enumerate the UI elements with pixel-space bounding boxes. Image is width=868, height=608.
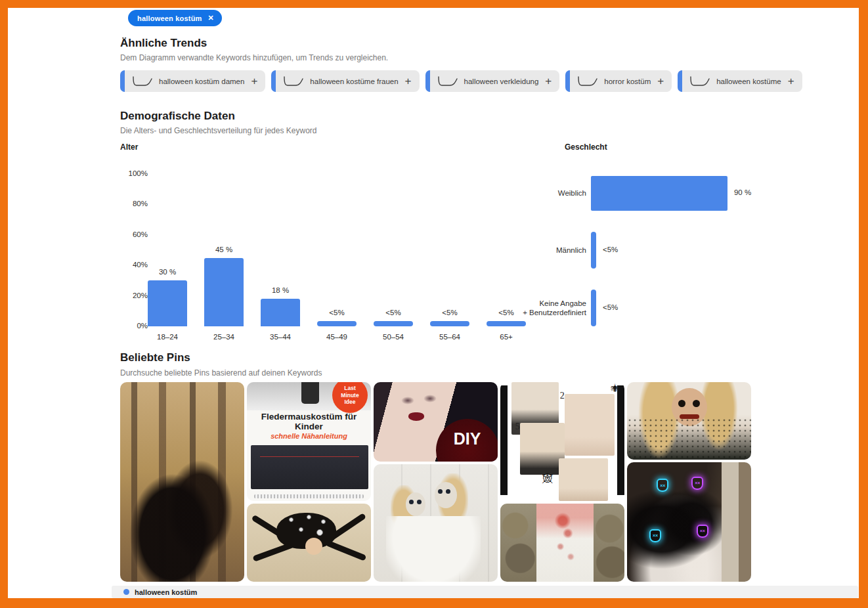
gender-axis-category: Männlich (500, 246, 586, 255)
spiderweb-icon: 🕸 (542, 473, 553, 485)
add-keyword-icon[interactable]: + (657, 76, 664, 87)
pin-bat-costume-card[interactable]: Last Minute Idee Fledermauskostüm für Ki… (247, 382, 371, 501)
close-icon[interactable]: ✕ (208, 14, 214, 22)
collage-bar-shape (617, 385, 624, 495)
skull-face-shape (406, 492, 425, 516)
trend-chip-halloween-kost-me[interactable]: halloween kostüme+ (678, 70, 802, 92)
age-bar-value: 18 % (261, 286, 300, 294)
age-bar (148, 280, 187, 326)
chip-label: halloween kostüme (716, 77, 781, 85)
gender-bar-value: 90 % (734, 188, 751, 196)
trend-sparkline-icon (131, 74, 154, 89)
gender-bar (591, 232, 596, 269)
makeup-eye-shape (423, 395, 437, 402)
age-axis-tick: 40% (120, 261, 148, 269)
trend-sparkline-icon (689, 74, 711, 89)
legend-dot (123, 589, 129, 595)
makeup-eye-shape (401, 397, 414, 404)
pin-fabric-shape (251, 445, 369, 489)
pin-witch-queens[interactable] (120, 382, 244, 582)
pin-sugar-skull-pair[interactable] (374, 464, 498, 582)
step-number: 5 (515, 422, 520, 432)
age-axis-category: 55–64 (426, 333, 473, 341)
age-bar (374, 321, 413, 326)
pin-pumpkin-face[interactable] (627, 382, 751, 460)
add-keyword-icon[interactable]: + (788, 76, 794, 87)
age-axis-tick: 60% (120, 230, 148, 238)
chip-accent-bar (271, 70, 276, 92)
trend-sparkline-icon (437, 74, 459, 89)
pin-bloody-sheet[interactable] (500, 504, 624, 582)
trend-chip-halloween-kost-me-frauen[interactable]: halloween kostüme frauen+ (271, 70, 419, 92)
bloody-cloth-shape (536, 504, 594, 582)
demographics-title: Demografische Daten (120, 110, 235, 123)
pins-grid: Last Minute Idee Fledermauskostüm für Ki… (120, 382, 751, 582)
chip-label: halloween verkleidung (464, 77, 539, 85)
add-keyword-icon[interactable]: + (405, 76, 412, 87)
chip-accent-bar (120, 70, 125, 92)
gender-bar (591, 290, 596, 326)
pin-headline: Fledermauskostüm für Kinder (252, 412, 366, 431)
add-keyword-icon[interactable]: + (251, 76, 257, 87)
age-axis-category: 45–49 (313, 333, 360, 341)
chip-accent-bar (565, 70, 570, 92)
add-keyword-icon[interactable]: + (545, 76, 552, 87)
age-axis-tick: 20% (120, 292, 148, 299)
trends-page: halloween kostüm ✕ Ähnliche Trends Dem D… (8, 8, 859, 598)
gender-axis-category: Weiblich (500, 188, 586, 198)
chip-label: halloween kostüme frauen (310, 77, 398, 85)
related-keyword-chips: halloween kostüm damen+halloween kostüme… (120, 70, 802, 92)
chart-legend: halloween kostüm (112, 586, 858, 598)
pin-spider-baby[interactable] (247, 504, 371, 582)
pins-column-5: ×× ×× ×× ×× (627, 382, 751, 582)
gender-chart-label: Geschlecht (565, 142, 607, 152)
age-bar (430, 321, 469, 326)
chip-label: horror kostüm (604, 77, 651, 85)
pin-ruler-shape (254, 494, 363, 498)
age-bar-value: <5% (430, 309, 469, 316)
selected-keyword-pill[interactable]: halloween kostüm ✕ (128, 10, 222, 26)
age-bar-value: <5% (374, 309, 413, 316)
popular-pins-subtitle: Durchsuche beliebte Pins basierend auf d… (120, 368, 322, 378)
pins-column-1 (120, 382, 244, 582)
page-frame: halloween kostüm ✕ Ähnliche Trends Dem D… (0, 0, 868, 608)
pins-column-4: 2 5 🕷 🕸 (500, 382, 624, 582)
pin-subline: schnelle Nähanleitung (252, 432, 366, 440)
pin-neon-masks[interactable]: ×× ×× ×× ×× (627, 462, 751, 582)
pin-figure-shape (301, 382, 318, 404)
popular-pins-title: Beliebte Pins (120, 351, 190, 364)
gender-bar-value: <5% (603, 246, 618, 253)
dress-shape (386, 516, 481, 582)
trend-chip-halloween-verkleidung[interactable]: halloween verkleidung+ (425, 70, 560, 92)
trend-chip-horror-kost-m[interactable]: horror kostüm+ (565, 70, 672, 92)
collage-bar-shape (500, 385, 508, 495)
mesh-top-shape (627, 418, 751, 460)
trend-chip-halloween-kost-m-damen[interactable]: halloween kostüm damen+ (120, 70, 265, 92)
gender-bar-value: <5% (603, 303, 618, 311)
neon-mask-icon: ×× (649, 529, 661, 542)
pin-vampire-diy[interactable]: DIY (374, 382, 498, 462)
age-axis-category: 25–34 (200, 333, 248, 341)
gender-axis-category: Keine Angabe+ Benutzerdefiniert (500, 299, 586, 318)
age-bar-value: 30 % (148, 268, 187, 276)
neon-mask-icon: ×× (657, 479, 668, 492)
pin-clown-makeup-steps[interactable]: 2 5 🕷 🕸 (500, 382, 624, 501)
chip-accent-bar (678, 70, 682, 92)
gender-bar (591, 176, 727, 211)
selected-keyword-label: halloween kostüm (137, 14, 202, 22)
diy-overlay-circle: DIY (436, 419, 498, 462)
pins-column-2: Last Minute Idee Fledermauskostüm für Ki… (247, 382, 371, 582)
trend-sparkline-icon (282, 74, 305, 89)
collage-photo (559, 458, 609, 501)
chip-accent-bar (425, 70, 430, 92)
age-axis-category: 35–44 (257, 333, 304, 341)
age-axis-tick: 0% (120, 322, 148, 330)
gender-bar-chart: Weiblich90 %Männlich<5%Keine Angabe+ Ben… (500, 165, 859, 347)
age-chart-label: Alter (120, 142, 138, 152)
age-bar (261, 299, 300, 326)
legend-label: halloween kostüm (135, 588, 197, 596)
age-bar (204, 258, 244, 326)
pins-column-3: DIY (374, 382, 498, 582)
age-bar (317, 321, 357, 326)
age-axis-tick: 80% (120, 200, 148, 207)
